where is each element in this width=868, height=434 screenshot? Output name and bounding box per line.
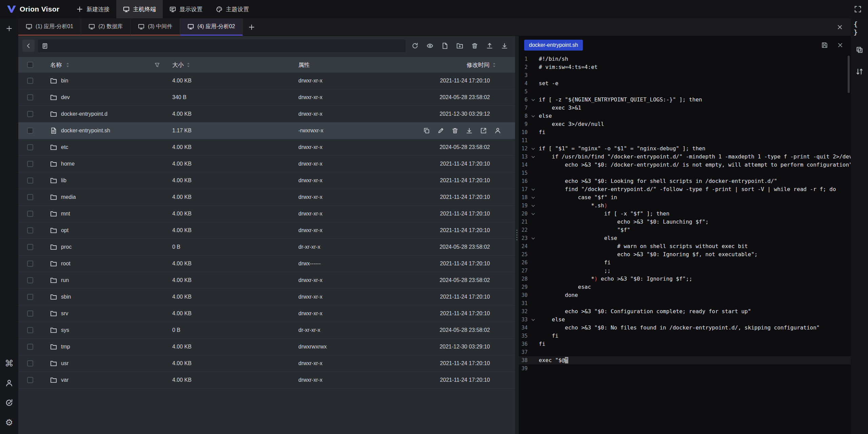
menu-item-new-connection[interactable]: 新建连接	[70, 0, 116, 18]
refresh-icon[interactable]	[409, 40, 421, 52]
code-line[interactable]: 35 fi	[519, 332, 851, 340]
edit-icon[interactable]	[436, 126, 446, 136]
row-checkbox[interactable]	[27, 344, 33, 350]
code-line[interactable]: 17 find "/docker-entrypoint.d/" -follow …	[519, 185, 851, 193]
fold-icon[interactable]	[528, 112, 539, 120]
user-icon[interactable]	[3, 377, 15, 389]
sync-icon[interactable]	[3, 397, 15, 409]
table-row[interactable]: var 4.00 KB drwxr-xr-x 2021-11-24 17:20:…	[18, 372, 515, 389]
fold-icon[interactable]	[528, 185, 539, 193]
row-checkbox[interactable]	[27, 277, 33, 283]
terminal-tab[interactable]: (4) 应用-分析02	[180, 18, 243, 36]
close-icon[interactable]	[835, 40, 845, 50]
sort-icon[interactable]	[186, 62, 190, 68]
table-row[interactable]: media 4.00 KB drwxr-xr-x 2021-11-24 17:2…	[18, 189, 515, 206]
panel-splitter[interactable]	[515, 36, 519, 434]
row-checkbox[interactable]	[27, 177, 33, 184]
row-checkbox[interactable]	[27, 211, 33, 217]
code-line[interactable]: 4 set -e	[519, 79, 851, 88]
code-line[interactable]: 16 echo >&3 "$0: Looking for shell scrip…	[519, 177, 851, 185]
fold-icon[interactable]	[528, 210, 539, 218]
fold-icon[interactable]	[528, 145, 539, 153]
row-checkbox[interactable]	[27, 111, 33, 117]
table-row[interactable]: bin 4.00 KB drwxr-xr-x 2021-11-24 17:20:…	[18, 73, 515, 89]
row-checkbox[interactable]	[27, 94, 33, 100]
code-line[interactable]: 22 "$f"	[519, 226, 851, 234]
table-row[interactable]: mnt 4.00 KB drwxr-xr-x 2021-11-24 17:20:…	[18, 206, 515, 222]
code-line[interactable]: 25 echo >&3 "$0: Ignoring $f, not execut…	[519, 250, 851, 259]
sort-lines-icon[interactable]	[854, 66, 865, 77]
fold-icon[interactable]	[528, 202, 539, 210]
code-line[interactable]: 26 fi	[519, 259, 851, 267]
filter-icon[interactable]	[154, 62, 160, 68]
plus-icon[interactable]	[3, 22, 15, 35]
column-header[interactable]: 属性	[292, 61, 420, 69]
code-line[interactable]: 9 exec 3>/dev/null	[519, 120, 851, 128]
path-bookmark-icon[interactable]	[42, 43, 48, 49]
row-checkbox[interactable]	[27, 244, 33, 250]
code-line[interactable]: 18 case "$f" in	[519, 193, 851, 202]
terminal-tab[interactable]: (1) 应用-分析01	[18, 18, 81, 36]
code-line[interactable]: 7 exec 3>&1	[519, 104, 851, 112]
new-tab-icon[interactable]	[243, 18, 260, 36]
table-row[interactable]: docker-entrypoint.d 4.00 KB drwxr-xr-x 2…	[18, 106, 515, 122]
code-line[interactable]: 8 else	[519, 112, 851, 120]
row-checkbox[interactable]	[27, 161, 33, 167]
code-line[interactable]: 13 if /usr/bin/find "/docker-entrypoint.…	[519, 153, 851, 161]
code-line[interactable]: 28 *) echo >&3 "$0: Ignoring $f";;	[519, 275, 851, 283]
save-icon[interactable]	[820, 40, 830, 50]
code-line[interactable]: 27 ;;	[519, 267, 851, 275]
settings-icon[interactable]: ⚙	[3, 416, 15, 429]
table-row[interactable]: usr 4.00 KB drwxr-xr-x 2021-11-24 17:20:…	[18, 355, 515, 372]
braces-icon[interactable]: { }	[854, 22, 865, 34]
table-row[interactable]: srv 4.00 KB drwxr-xr-x 2021-11-24 17:20:…	[18, 305, 515, 322]
table-row[interactable]: docker-entrypoint.sh 1.17 KB -rwxrwxr-x	[18, 122, 515, 139]
download-icon[interactable]	[498, 40, 510, 52]
row-checkbox[interactable]	[27, 144, 33, 150]
new-file-icon[interactable]	[439, 40, 451, 52]
table-row[interactable]: tmp 4.00 KB drwxrwxrwx 2021-12-30 03:29:…	[18, 339, 515, 355]
sort-icon[interactable]	[66, 62, 70, 68]
row-checkbox[interactable]	[27, 227, 33, 233]
code-line[interactable]: 20 if [ -x "$f" ]; then	[519, 210, 851, 218]
row-checkbox[interactable]	[27, 327, 33, 333]
code-line[interactable]: 10 fi	[519, 128, 851, 136]
table-row[interactable]: home 4.00 KB drwxr-xr-x 2021-11-24 17:20…	[18, 156, 515, 172]
code-line[interactable]: 6 if [ -z "${NGINX_ENTRYPOINT_QUIET_LOGS…	[519, 96, 851, 104]
code-line[interactable]: 31	[519, 299, 851, 307]
download-icon[interactable]	[464, 126, 474, 136]
menu-item-display-settings[interactable]: 显示设置	[163, 0, 209, 18]
code-line[interactable]: 21 echo >&3 "$0: Launching $f";	[519, 218, 851, 226]
table-row[interactable]: sys 0 B dr-xr-xr-x 2024-05-28 23:58:02	[18, 322, 515, 339]
column-header[interactable]: 大小	[165, 61, 292, 69]
code-line[interactable]: 33 else	[519, 316, 851, 324]
table-row[interactable]: proc 0 B dr-xr-xr-x 2024-05-28 23:58:02	[18, 239, 515, 256]
menu-item-theme-settings[interactable]: 主题设置	[209, 0, 256, 18]
back-icon[interactable]	[22, 40, 35, 52]
code-line[interactable]: 29 esac	[519, 283, 851, 291]
fullscreen-icon[interactable]	[851, 2, 865, 16]
code-line[interactable]: 12 if [ "$1" = "nginx" -o "$1" = "nginx-…	[519, 145, 851, 153]
delete-icon[interactable]	[450, 126, 460, 136]
code-line[interactable]: 2 # vim:sw=4:ts=4:et	[519, 63, 851, 71]
code-line[interactable]: 30 done	[519, 291, 851, 299]
table-row[interactable]: dev 340 B drwxr-xr-x 2024-05-28 23:58:02	[18, 89, 515, 106]
code-editor[interactable]: 1 #!/bin/sh 2 # vim:sw=4:ts=4:et 3 4 set…	[519, 54, 851, 434]
table-row[interactable]: etc 4.00 KB drwxr-xr-x 2024-05-28 23:58:…	[18, 139, 515, 156]
code-line[interactable]: 1 #!/bin/sh	[519, 55, 851, 63]
code-line[interactable]: 24 # warn on shell scripts without exec …	[519, 242, 851, 250]
table-row[interactable]: run 4.00 KB drwxr-xr-x 2024-05-28 23:58:…	[18, 272, 515, 289]
fold-icon[interactable]	[528, 193, 539, 202]
terminal-tab[interactable]: (2) 数据库	[81, 18, 131, 36]
code-line[interactable]: 15	[519, 169, 851, 177]
code-line[interactable]: 23 else	[519, 234, 851, 242]
row-checkbox[interactable]	[27, 310, 33, 317]
code-line[interactable]: 3	[519, 71, 851, 79]
code-line[interactable]: 37	[519, 348, 851, 356]
column-header[interactable]: 名称	[42, 61, 165, 69]
permission-icon[interactable]	[493, 126, 503, 136]
code-line[interactable]: 34 echo >&3 "$0: No files found in /dock…	[519, 324, 851, 332]
fold-icon[interactable]	[528, 316, 539, 324]
menu-item-host-terminal[interactable]: 主机终端	[116, 0, 163, 18]
row-checkbox[interactable]	[27, 78, 33, 84]
